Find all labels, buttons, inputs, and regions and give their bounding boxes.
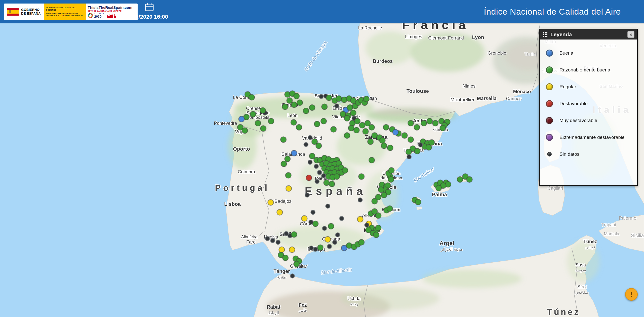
station-marker[interactable] [301,216,307,221]
station-marker[interactable] [358,198,362,202]
station-marker[interactable] [421,120,427,126]
station-marker[interactable] [297,100,303,106]
station-marker[interactable] [335,104,339,108]
station-marker[interactable] [380,138,385,143]
station-marker[interactable] [354,118,360,124]
station-marker[interactable] [239,116,245,122]
station-marker[interactable] [285,156,290,162]
station-marker[interactable] [282,104,288,110]
alert-button[interactable]: ! [625,288,638,301]
station-marker[interactable] [358,174,364,179]
station-marker[interactable] [333,240,337,244]
station-marker[interactable] [260,126,266,131]
station-marker[interactable] [327,244,332,249]
station-marker[interactable] [294,261,299,267]
station-marker[interactable] [329,181,335,187]
station-marker[interactable] [281,161,287,167]
station-marker[interactable] [402,133,408,138]
station-marker[interactable] [324,180,330,186]
station-marker[interactable] [276,240,280,244]
station-marker[interactable] [348,125,354,131]
date-picker[interactable]: 7/9/2020 16:00 [128,2,171,20]
station-marker[interactable] [321,118,327,124]
government-logo-banner[interactable]: GOBIERNO DE ESPAÑA VICEPRESIDENCIA CUART… [4,4,138,20]
station-marker[interactable] [408,120,414,126]
station-marker[interactable] [388,168,394,173]
station-marker[interactable] [268,200,273,205]
station-marker[interactable] [294,93,299,99]
station-marker[interactable] [290,274,295,278]
station-marker[interactable] [283,255,288,261]
station-marker[interactable] [357,216,363,222]
station-marker[interactable] [408,137,414,142]
station-marker[interactable] [286,172,291,178]
station-marker[interactable] [369,125,375,130]
station-marker[interactable] [381,192,387,198]
station-marker[interactable] [467,177,472,182]
station-marker[interactable] [277,209,283,215]
station-marker[interactable] [303,108,309,114]
station-marker[interactable] [255,120,261,126]
station-marker[interactable] [440,125,446,131]
station-marker[interactable] [322,226,327,230]
station-marker[interactable] [242,128,248,134]
map-canvas[interactable]: FranciaEspañaPortugalItaliaTúnezSiciliaA… [0,23,644,317]
station-marker[interactable] [313,247,317,251]
station-marker[interactable] [279,247,285,253]
station-marker[interactable] [364,96,369,102]
station-marker[interactable] [388,177,394,182]
station-marker[interactable] [326,204,330,208]
station-marker[interactable] [407,155,411,159]
station-marker[interactable] [287,98,293,103]
station-marker[interactable] [427,118,432,124]
station-marker[interactable] [291,150,297,156]
station-marker[interactable] [260,108,266,113]
station-marker[interactable] [280,137,286,142]
station-marker[interactable] [305,193,309,197]
station-marker[interactable] [309,105,315,110]
station-marker[interactable] [344,115,350,121]
station-marker[interactable] [334,174,340,179]
station-marker[interactable] [365,223,369,227]
station-marker[interactable] [387,206,393,212]
station-marker[interactable] [317,245,323,251]
station-marker[interactable] [347,105,353,110]
station-marker[interactable] [311,210,315,214]
station-marker[interactable] [359,122,365,128]
station-marker[interactable] [309,246,313,250]
station-marker[interactable] [426,144,432,150]
station-marker[interactable] [250,111,256,117]
station-marker[interactable] [289,247,295,253]
station-marker[interactable] [308,135,312,140]
station-marker[interactable] [457,177,463,182]
station-marker[interactable] [306,175,312,181]
station-marker[interactable] [286,186,292,191]
station-marker[interactable] [314,164,318,169]
station-marker[interactable] [432,120,438,126]
legend-close-button[interactable]: ✕ [627,31,634,38]
station-marker[interactable] [316,143,322,149]
station-marker[interactable] [331,127,336,132]
station-marker[interactable] [393,129,398,135]
calendar-icon[interactable] [144,2,154,13]
station-marker[interactable] [415,199,421,205]
station-marker[interactable] [326,95,332,101]
station-marker[interactable] [340,216,344,221]
station-marker[interactable] [383,125,389,130]
station-marker[interactable] [363,129,369,134]
station-marker[interactable] [319,94,323,99]
station-marker[interactable] [414,125,420,130]
station-marker[interactable] [268,118,274,124]
station-marker[interactable] [375,213,381,218]
station-marker[interactable] [296,125,302,130]
station-marker[interactable] [291,102,297,108]
station-marker[interactable] [354,127,359,133]
station-marker[interactable] [418,143,423,147]
station-marker[interactable] [414,148,420,154]
station-marker[interactable] [291,120,297,125]
station-marker[interactable] [436,185,441,191]
station-marker[interactable] [317,170,322,175]
station-marker[interactable] [325,236,331,242]
station-marker[interactable] [406,149,412,155]
station-marker[interactable] [342,168,348,173]
